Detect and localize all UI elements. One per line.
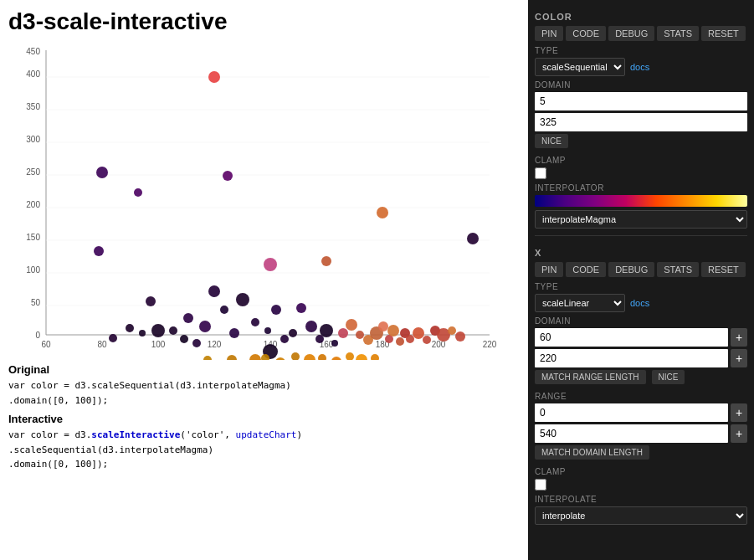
x-section: X PIN CODE DEBUG STATS RESET TYPE scaleL… bbox=[535, 243, 747, 525]
x-domain-max-plus[interactable]: + bbox=[731, 349, 747, 367]
svg-point-63 bbox=[378, 321, 388, 331]
x-interpolate-row: interpolate interpolateRound bbox=[535, 506, 747, 525]
svg-point-60 bbox=[356, 331, 364, 339]
svg-point-57 bbox=[331, 340, 338, 347]
svg-text:200: 200 bbox=[26, 200, 40, 209]
svg-text:0: 0 bbox=[35, 331, 40, 340]
color-stats-btn[interactable]: STATS bbox=[657, 26, 699, 41]
svg-text:450: 450 bbox=[26, 47, 40, 56]
x-stats-btn[interactable]: STATS bbox=[657, 262, 699, 277]
svg-point-83 bbox=[249, 354, 261, 360]
svg-point-42 bbox=[180, 335, 188, 343]
svg-point-92 bbox=[371, 354, 379, 360]
svg-point-47 bbox=[251, 318, 259, 326]
svg-point-81 bbox=[203, 356, 212, 360]
x-reset-btn[interactable]: RESET bbox=[701, 262, 746, 277]
color-clamp-checkbox[interactable] bbox=[535, 167, 546, 179]
svg-text:120: 120 bbox=[208, 340, 222, 349]
original-label: Original bbox=[8, 363, 520, 376]
svg-point-65 bbox=[387, 325, 399, 337]
x-domain-max[interactable] bbox=[535, 349, 728, 367]
color-type-select[interactable]: scaleSequential scaleLinear bbox=[535, 58, 625, 76]
x-interpolate-label: INTERPOLATE bbox=[535, 495, 747, 504]
svg-point-89 bbox=[331, 357, 341, 360]
x-domain-label: DOMAIN bbox=[535, 316, 747, 326]
interactive-section: Interactive var color = d3.scaleInteract… bbox=[8, 413, 520, 472]
svg-point-74 bbox=[455, 331, 465, 342]
x-range-min-plus[interactable]: + bbox=[731, 403, 747, 422]
svg-point-38 bbox=[146, 296, 156, 306]
x-range-min[interactable] bbox=[535, 403, 728, 422]
svg-point-70 bbox=[423, 336, 431, 344]
color-interpolator-select[interactable]: interpolateMagma interpolateViridis inte… bbox=[535, 210, 747, 229]
color-docs-link[interactable]: docs bbox=[630, 62, 649, 72]
color-reset-btn[interactable]: RESET bbox=[701, 26, 746, 41]
x-clamp-row bbox=[535, 479, 747, 491]
svg-text:250: 250 bbox=[26, 167, 40, 177]
color-btn-row: PIN CODE DEBUG STATS RESET bbox=[535, 26, 747, 41]
x-range-label: RANGE bbox=[535, 392, 747, 401]
x-range-max-plus[interactable]: + bbox=[731, 424, 747, 443]
original-code-line1: var color = d3.scaleSequential(d3.interp… bbox=[8, 378, 520, 393]
color-nice-btn[interactable]: NICE bbox=[535, 134, 568, 148]
svg-text:350: 350 bbox=[26, 102, 40, 111]
svg-point-69 bbox=[413, 327, 424, 339]
x-nice-btn[interactable]: NICE bbox=[652, 370, 685, 384]
x-domain-min[interactable] bbox=[535, 328, 728, 347]
color-pin-btn[interactable]: PIN bbox=[535, 26, 563, 41]
svg-point-30 bbox=[223, 171, 233, 181]
svg-text:150: 150 bbox=[26, 233, 40, 242]
x-pin-btn[interactable]: PIN bbox=[535, 262, 563, 277]
original-section: Original var color = d3.scaleSequential(… bbox=[8, 363, 520, 408]
x-type-select[interactable]: scaleLinear scaleSequential bbox=[535, 294, 625, 312]
x-domain-max-row: + bbox=[535, 349, 747, 367]
x-section-title: X bbox=[535, 248, 747, 258]
original-code-line2: .domain([0, 100]); bbox=[8, 393, 520, 408]
color-clamp-row bbox=[535, 167, 747, 179]
x-range-max-row: + bbox=[535, 424, 747, 443]
x-docs-link[interactable]: docs bbox=[630, 298, 649, 308]
svg-point-45 bbox=[229, 328, 239, 338]
color-code-btn[interactable]: CODE bbox=[566, 26, 606, 41]
x-interpolate-select[interactable]: interpolate interpolateRound bbox=[535, 506, 747, 525]
x-clamp-checkbox[interactable] bbox=[535, 479, 546, 491]
svg-point-46 bbox=[236, 293, 249, 306]
x-code-btn[interactable]: CODE bbox=[566, 262, 606, 277]
x-domain-min-plus[interactable]: + bbox=[731, 328, 747, 347]
svg-point-75 bbox=[467, 233, 479, 244]
interactive-code-line1: var color = d3.scaleInteractive('color',… bbox=[8, 428, 520, 443]
svg-point-87 bbox=[304, 354, 315, 360]
color-domain-label: DOMAIN bbox=[535, 80, 747, 90]
svg-point-86 bbox=[291, 352, 300, 360]
svg-point-32 bbox=[321, 256, 331, 266]
x-match-domain-btn[interactable]: MATCH DOMAIN LENGTH bbox=[535, 445, 649, 460]
svg-point-68 bbox=[406, 335, 414, 343]
svg-point-78 bbox=[183, 313, 193, 323]
svg-text:220: 220 bbox=[483, 340, 497, 349]
svg-point-48 bbox=[264, 327, 271, 334]
svg-point-39 bbox=[139, 330, 146, 337]
x-range-max[interactable] bbox=[535, 424, 728, 443]
svg-point-37 bbox=[134, 188, 142, 197]
color-domain-min[interactable] bbox=[535, 92, 747, 110]
color-type-row: scaleSequential scaleLinear docs bbox=[535, 58, 747, 76]
color-domain-max[interactable] bbox=[535, 113, 747, 131]
svg-point-35 bbox=[94, 246, 104, 256]
svg-point-52 bbox=[289, 329, 297, 337]
x-domain-min-row: + bbox=[535, 328, 747, 347]
color-debug-btn[interactable]: DEBUG bbox=[608, 26, 654, 41]
svg-point-50 bbox=[280, 335, 289, 343]
color-type-label: TYPE bbox=[535, 46, 747, 55]
svg-point-56 bbox=[320, 324, 333, 337]
x-type-label: TYPE bbox=[535, 282, 747, 291]
svg-text:50: 50 bbox=[31, 298, 41, 307]
svg-point-54 bbox=[305, 321, 317, 332]
interactive-label: Interactive bbox=[8, 413, 520, 425]
x-match-range-btn[interactable]: MATCH RANGE LENGTH bbox=[535, 370, 646, 384]
svg-point-40 bbox=[126, 324, 134, 332]
x-debug-btn[interactable]: DEBUG bbox=[608, 262, 654, 277]
svg-point-53 bbox=[296, 303, 306, 313]
svg-text:100: 100 bbox=[26, 265, 40, 275]
interpolator-gradient bbox=[535, 195, 747, 207]
svg-text:400: 400 bbox=[26, 69, 40, 79]
